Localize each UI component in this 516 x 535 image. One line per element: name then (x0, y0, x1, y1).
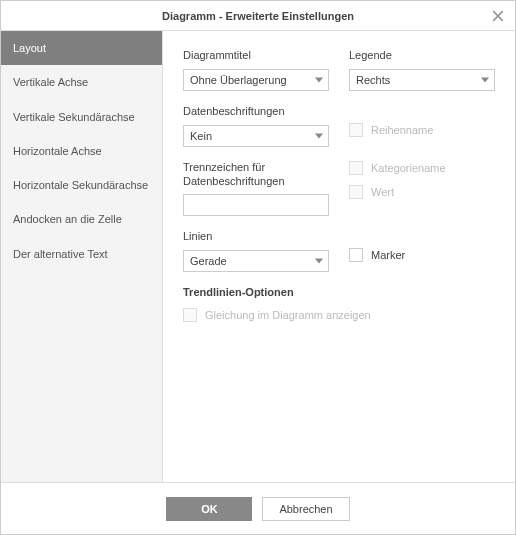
legend-label: Legende (349, 49, 495, 63)
trendline-section-title: Trendlinien-Optionen (183, 286, 495, 298)
tab-horizontal-secondary-axis[interactable]: Horizontale Sekundärachse (1, 168, 162, 202)
button-label: OK (201, 503, 218, 515)
marker-checkbox[interactable] (349, 248, 363, 262)
tab-label: Der alternative Text (13, 248, 108, 260)
show-equation-label: Gleichung im Diagramm anzeigen (205, 309, 371, 321)
content: Diagrammtitel Ohne Überlagerung Legende … (163, 31, 515, 482)
category-name-label: Kategoriename (371, 162, 446, 174)
tab-cell-snapping[interactable]: Andocken an die Zelle (1, 202, 162, 236)
value-label: Wert (371, 186, 394, 198)
tab-label: Andocken an die Zelle (13, 213, 122, 225)
dialog: Diagramm - Erweiterte Einstellungen Layo… (0, 0, 516, 535)
sidebar: Layout Vertikale Achse Vertikale Sekundä… (1, 31, 163, 482)
tab-vertical-secondary-axis[interactable]: Vertikale Sekundärachse (1, 100, 162, 134)
tab-label: Horizontale Achse (13, 145, 102, 157)
chevron-down-icon (481, 77, 489, 82)
category-name-checkbox (349, 161, 363, 175)
dialog-body: Layout Vertikale Achse Vertikale Sekundä… (1, 31, 515, 482)
cancel-button[interactable]: Abbrechen (262, 497, 349, 521)
lines-label: Linien (183, 230, 329, 244)
show-equation-checkbox (183, 308, 197, 322)
chevron-down-icon (315, 259, 323, 264)
tab-label: Vertikale Sekundärachse (13, 111, 135, 123)
marker-label: Marker (371, 249, 405, 261)
select-value: Rechts (356, 74, 390, 86)
tab-label: Layout (13, 42, 46, 54)
ok-button[interactable]: OK (166, 497, 252, 521)
titlebar: Diagramm - Erweiterte Einstellungen (1, 1, 515, 31)
select-value: Kein (190, 130, 212, 142)
footer: OK Abbrechen (1, 482, 515, 534)
chevron-down-icon (315, 133, 323, 138)
button-label: Abbrechen (279, 503, 332, 515)
dialog-title: Diagramm - Erweiterte Einstellungen (162, 10, 354, 22)
data-labels-label: Datenbeschriftungen (183, 105, 329, 119)
close-icon (492, 10, 504, 22)
series-name-label: Reihenname (371, 124, 433, 136)
series-name-checkbox (349, 123, 363, 137)
close-button[interactable] (489, 7, 507, 25)
select-value: Ohne Überlagerung (190, 74, 287, 86)
tab-vertical-axis[interactable]: Vertikale Achse (1, 65, 162, 99)
lines-select[interactable]: Gerade (183, 250, 329, 272)
tab-layout[interactable]: Layout (1, 31, 162, 65)
select-value: Gerade (190, 255, 227, 267)
data-labels-select[interactable]: Kein (183, 125, 329, 147)
tab-horizontal-axis[interactable]: Horizontale Achse (1, 134, 162, 168)
tab-alt-text[interactable]: Der alternative Text (1, 237, 162, 271)
tab-label: Horizontale Sekundärachse (13, 179, 148, 191)
tab-label: Vertikale Achse (13, 76, 88, 88)
separator-label: Trennzeichen für Datenbeschriftungen (183, 161, 329, 189)
separator-input[interactable] (183, 194, 329, 216)
legend-select[interactable]: Rechts (349, 69, 495, 91)
value-checkbox (349, 185, 363, 199)
chevron-down-icon (315, 77, 323, 82)
chart-title-label: Diagrammtitel (183, 49, 329, 63)
chart-title-select[interactable]: Ohne Überlagerung (183, 69, 329, 91)
